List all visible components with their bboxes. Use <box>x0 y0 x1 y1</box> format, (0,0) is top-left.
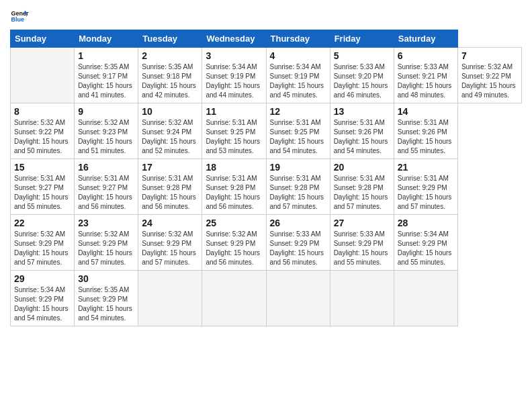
day-info: Sunrise: 5:32 AM Sunset: 9:22 PM Dayligh… <box>461 62 518 100</box>
day-number: 4 <box>270 50 326 61</box>
day-info: Sunrise: 5:32 AM Sunset: 9:29 PM Dayligh… <box>142 230 198 267</box>
day-number: 20 <box>334 162 390 173</box>
day-info: Sunrise: 5:35 AM Sunset: 9:18 PM Dayligh… <box>142 62 198 100</box>
calendar-week-2: 8Sunrise: 5:32 AM Sunset: 9:22 PM Daylig… <box>11 103 522 159</box>
calendar-week-3: 15Sunrise: 5:31 AM Sunset: 9:27 PM Dayli… <box>11 159 522 215</box>
day-number: 30 <box>78 273 134 284</box>
calendar-cell: 27Sunrise: 5:33 AM Sunset: 9:29 PM Dayli… <box>330 215 394 271</box>
day-info: Sunrise: 5:32 AM Sunset: 9:29 PM Dayligh… <box>14 230 71 267</box>
day-number: 3 <box>206 50 262 61</box>
calendar-cell <box>202 271 266 326</box>
calendar-cell <box>11 48 75 103</box>
calendar-cell: 14Sunrise: 5:31 AM Sunset: 9:26 PM Dayli… <box>394 103 457 159</box>
col-header-tuesday: Tuesday <box>138 30 202 48</box>
col-header-sunday: Sunday <box>11 30 75 48</box>
day-info: Sunrise: 5:33 AM Sunset: 9:29 PM Dayligh… <box>334 230 390 267</box>
calendar-week-4: 22Sunrise: 5:32 AM Sunset: 9:29 PM Dayli… <box>11 215 522 271</box>
day-info: Sunrise: 5:31 AM Sunset: 9:25 PM Dayligh… <box>206 118 262 156</box>
day-number: 27 <box>334 218 390 228</box>
calendar-cell: 15Sunrise: 5:31 AM Sunset: 9:27 PM Dayli… <box>11 159 75 215</box>
calendar-cell: 12Sunrise: 5:31 AM Sunset: 9:25 PM Dayli… <box>266 103 330 159</box>
day-info: Sunrise: 5:32 AM Sunset: 9:29 PM Dayligh… <box>206 230 262 267</box>
day-info: Sunrise: 5:34 AM Sunset: 9:29 PM Dayligh… <box>398 230 454 267</box>
day-number: 9 <box>78 106 134 117</box>
day-number: 17 <box>142 162 198 173</box>
day-info: Sunrise: 5:31 AM Sunset: 9:26 PM Dayligh… <box>398 118 454 156</box>
calendar-cell: 7Sunrise: 5:32 AM Sunset: 9:22 PM Daylig… <box>457 48 521 103</box>
day-number: 23 <box>78 218 134 228</box>
col-header-friday: Friday <box>330 30 394 48</box>
day-info: Sunrise: 5:33 AM Sunset: 9:21 PM Dayligh… <box>398 62 454 100</box>
day-number: 15 <box>14 162 71 173</box>
calendar-cell: 25Sunrise: 5:32 AM Sunset: 9:29 PM Dayli… <box>202 215 266 271</box>
day-info: Sunrise: 5:32 AM Sunset: 9:24 PM Dayligh… <box>142 118 198 156</box>
calendar-cell: 10Sunrise: 5:32 AM Sunset: 9:24 PM Dayli… <box>138 103 202 159</box>
calendar-cell: 8Sunrise: 5:32 AM Sunset: 9:22 PM Daylig… <box>11 103 75 159</box>
calendar-table: SundayMondayTuesdayWednesdayThursdayFrid… <box>10 30 522 326</box>
day-info: Sunrise: 5:34 AM Sunset: 9:19 PM Dayligh… <box>206 62 262 100</box>
calendar-cell: 9Sunrise: 5:32 AM Sunset: 9:23 PM Daylig… <box>75 103 138 159</box>
calendar-cell: 24Sunrise: 5:32 AM Sunset: 9:29 PM Dayli… <box>138 215 202 271</box>
calendar-cell: 23Sunrise: 5:32 AM Sunset: 9:29 PM Dayli… <box>75 215 138 271</box>
day-info: Sunrise: 5:31 AM Sunset: 9:29 PM Dayligh… <box>398 174 454 212</box>
day-info: Sunrise: 5:35 AM Sunset: 9:17 PM Dayligh… <box>78 62 134 100</box>
calendar-cell <box>394 271 457 326</box>
header: General Blue <box>10 7 522 26</box>
day-info: Sunrise: 5:34 AM Sunset: 9:29 PM Dayligh… <box>14 285 71 323</box>
day-number: 22 <box>14 218 71 228</box>
day-info: Sunrise: 5:31 AM Sunset: 9:27 PM Dayligh… <box>78 174 134 212</box>
calendar-cell: 28Sunrise: 5:34 AM Sunset: 9:29 PM Dayli… <box>394 215 457 271</box>
calendar-cell: 19Sunrise: 5:31 AM Sunset: 9:28 PM Dayli… <box>266 159 330 215</box>
day-number: 29 <box>14 273 71 284</box>
day-number: 6 <box>398 50 454 61</box>
day-info: Sunrise: 5:31 AM Sunset: 9:28 PM Dayligh… <box>206 174 262 212</box>
day-number: 8 <box>14 106 71 117</box>
day-info: Sunrise: 5:32 AM Sunset: 9:29 PM Dayligh… <box>78 230 134 267</box>
day-number: 26 <box>270 218 326 228</box>
day-info: Sunrise: 5:31 AM Sunset: 9:26 PM Dayligh… <box>334 118 390 156</box>
day-number: 28 <box>398 218 454 228</box>
calendar-cell: 22Sunrise: 5:32 AM Sunset: 9:29 PM Dayli… <box>11 215 75 271</box>
calendar-cell: 21Sunrise: 5:31 AM Sunset: 9:29 PM Dayli… <box>394 159 457 215</box>
day-number: 13 <box>334 106 390 117</box>
day-number: 11 <box>206 106 262 117</box>
day-number: 18 <box>206 162 262 173</box>
day-number: 7 <box>461 50 518 61</box>
logo-icon: General Blue <box>10 7 29 26</box>
day-info: Sunrise: 5:31 AM Sunset: 9:27 PM Dayligh… <box>14 174 71 212</box>
day-number: 24 <box>142 218 198 228</box>
calendar-cell: 5Sunrise: 5:33 AM Sunset: 9:20 PM Daylig… <box>330 48 394 103</box>
col-header-monday: Monday <box>75 30 138 48</box>
day-number: 21 <box>398 162 454 173</box>
day-number: 2 <box>142 50 198 61</box>
day-info: Sunrise: 5:34 AM Sunset: 9:19 PM Dayligh… <box>270 62 326 100</box>
day-info: Sunrise: 5:33 AM Sunset: 9:29 PM Dayligh… <box>270 230 326 267</box>
calendar-cell: 18Sunrise: 5:31 AM Sunset: 9:28 PM Dayli… <box>202 159 266 215</box>
calendar-cell: 2Sunrise: 5:35 AM Sunset: 9:18 PM Daylig… <box>138 48 202 103</box>
day-number: 16 <box>78 162 134 173</box>
day-number: 12 <box>270 106 326 117</box>
page: General Blue SundayMondayTuesdayWednesda… <box>0 0 532 411</box>
calendar-cell: 4Sunrise: 5:34 AM Sunset: 9:19 PM Daylig… <box>266 48 330 103</box>
calendar-week-1: 1Sunrise: 5:35 AM Sunset: 9:17 PM Daylig… <box>11 48 522 103</box>
calendar-cell <box>138 271 202 326</box>
day-info: Sunrise: 5:35 AM Sunset: 9:29 PM Dayligh… <box>78 285 134 323</box>
day-number: 19 <box>270 162 326 173</box>
day-info: Sunrise: 5:33 AM Sunset: 9:20 PM Dayligh… <box>334 62 390 100</box>
day-info: Sunrise: 5:32 AM Sunset: 9:23 PM Dayligh… <box>78 118 134 156</box>
calendar-cell <box>266 271 330 326</box>
day-info: Sunrise: 5:31 AM Sunset: 9:28 PM Dayligh… <box>142 174 198 212</box>
calendar-cell: 29Sunrise: 5:34 AM Sunset: 9:29 PM Dayli… <box>11 271 75 326</box>
day-info: Sunrise: 5:31 AM Sunset: 9:28 PM Dayligh… <box>270 174 326 212</box>
calendar-cell: 17Sunrise: 5:31 AM Sunset: 9:28 PM Dayli… <box>138 159 202 215</box>
day-number: 25 <box>206 218 262 228</box>
day-info: Sunrise: 5:32 AM Sunset: 9:22 PM Dayligh… <box>14 118 71 156</box>
day-number: 14 <box>398 106 454 117</box>
calendar-cell: 20Sunrise: 5:31 AM Sunset: 9:28 PM Dayli… <box>330 159 394 215</box>
calendar-cell: 11Sunrise: 5:31 AM Sunset: 9:25 PM Dayli… <box>202 103 266 159</box>
calendar-week-5: 29Sunrise: 5:34 AM Sunset: 9:29 PM Dayli… <box>11 271 522 326</box>
calendar-cell: 1Sunrise: 5:35 AM Sunset: 9:17 PM Daylig… <box>75 48 138 103</box>
calendar-cell <box>330 271 394 326</box>
day-number: 10 <box>142 106 198 117</box>
col-header-thursday: Thursday <box>266 30 330 48</box>
